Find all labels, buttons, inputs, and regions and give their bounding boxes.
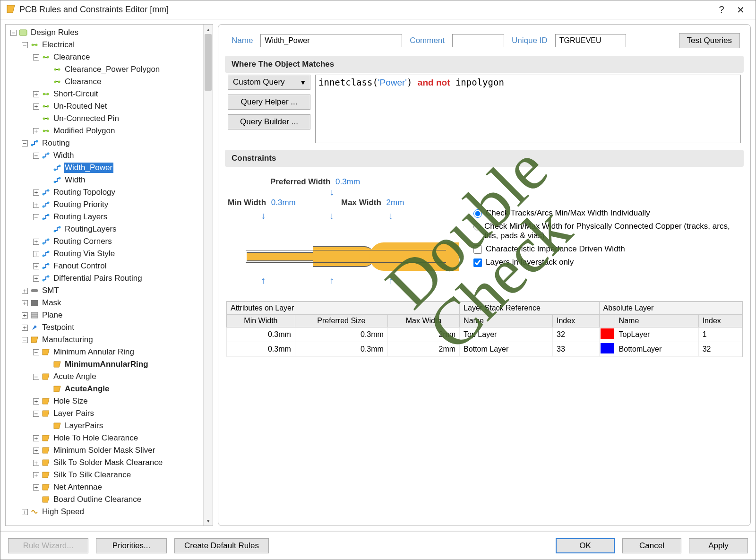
tree-item[interactable]: +Mask — [8, 297, 203, 309]
collapse-icon[interactable]: − — [22, 42, 28, 48]
expand-icon[interactable]: + — [33, 103, 39, 110]
col-lindex[interactable]: Index — [553, 315, 600, 327]
expand-icon[interactable]: + — [22, 509, 28, 515]
expand-icon[interactable]: + — [33, 398, 39, 405]
collapse-icon[interactable]: − — [33, 411, 39, 417]
apply-button[interactable]: Apply — [689, 538, 748, 553]
help-button[interactable]: ? — [712, 0, 731, 19]
tree-item[interactable]: +Differential Pairs Routing — [8, 272, 203, 284]
tree-item[interactable]: −Design Rules — [8, 26, 203, 39]
tree-item[interactable]: −Minimum Annular Ring — [8, 346, 203, 358]
tree-item[interactable]: +Short-Circuit — [8, 88, 203, 100]
comment-input[interactable] — [452, 34, 504, 47]
col-lname[interactable]: Name — [460, 315, 553, 327]
col-pref[interactable]: Preferred Size — [295, 315, 387, 327]
tree-item[interactable]: −Acute Angle — [8, 370, 203, 383]
tree-item[interactable]: +SMT — [8, 284, 203, 297]
collapse-icon[interactable]: − — [33, 153, 39, 159]
collapse-icon[interactable]: − — [22, 337, 28, 343]
preferred-width-value[interactable]: 0.3mm — [335, 177, 360, 186]
scope-dropdown[interactable]: Custom Query ▾ — [228, 75, 310, 90]
tree-item[interactable]: Width_Power — [8, 162, 203, 174]
expand-icon[interactable]: + — [33, 91, 39, 97]
expand-icon[interactable]: + — [33, 484, 39, 491]
ok-button[interactable]: OK — [556, 538, 615, 553]
tree-item[interactable]: Clearance — [8, 76, 203, 88]
tree-item[interactable]: −Width — [8, 149, 203, 162]
col-aindex[interactable]: Index — [698, 315, 742, 327]
expand-icon[interactable]: + — [33, 460, 39, 466]
expand-icon[interactable]: + — [33, 128, 39, 134]
max-width-value[interactable]: 2mm — [387, 198, 404, 207]
col-max[interactable]: Max Width — [387, 315, 459, 327]
tree-item[interactable]: −Layer Pairs — [8, 407, 203, 420]
tree-item[interactable]: +Silk To Silk Clearance — [8, 469, 203, 481]
expand-icon[interactable]: + — [33, 448, 39, 454]
test-queries-button[interactable]: Test Queries — [679, 33, 740, 48]
expand-icon[interactable]: + — [33, 472, 39, 478]
tree-item[interactable]: +Hole Size — [8, 395, 203, 407]
tree-item[interactable]: +Routing Priority — [8, 198, 203, 211]
collapse-icon[interactable]: − — [22, 140, 28, 146]
expand-icon[interactable]: + — [33, 251, 39, 257]
tree-item[interactable]: −Manufacturing — [8, 334, 203, 346]
expand-icon[interactable]: + — [22, 312, 28, 319]
tree-item[interactable]: +Routing Topology — [8, 186, 203, 198]
table-row[interactable]: 0.3mm0.3mm2mmTop Layer32TopLayer1 — [227, 327, 742, 342]
tree-item[interactable]: Width — [8, 174, 203, 186]
expand-icon[interactable]: + — [33, 263, 39, 269]
tree-item[interactable]: −Routing Layers — [8, 211, 203, 223]
layers-only-checkbox[interactable]: Layers in layerstack only — [473, 256, 741, 269]
query-textarea[interactable] — [315, 75, 741, 143]
expand-icon[interactable]: + — [22, 288, 28, 294]
collapse-icon[interactable]: − — [33, 214, 39, 220]
table-row[interactable]: 0.3mm0.3mm2mmBottom Layer33BottomLayer32 — [227, 342, 742, 357]
tree-item[interactable]: RoutingLayers — [8, 223, 203, 235]
tree-item[interactable]: +Routing Via Style — [8, 248, 203, 260]
tree-item[interactable]: +Testpoint — [8, 321, 203, 334]
tree-item[interactable]: +High Speed — [8, 506, 203, 518]
tree-item[interactable]: +Net Antennae — [8, 481, 203, 493]
tree-item[interactable]: +Plane — [8, 309, 203, 321]
collapse-icon[interactable]: − — [33, 349, 39, 355]
tree-item[interactable]: MinimumAnnularRing — [8, 358, 203, 370]
collapse-icon[interactable]: − — [33, 374, 39, 380]
tree-item[interactable]: +Routing Corners — [8, 235, 203, 248]
priorities-button[interactable]: Priorities... — [96, 538, 167, 553]
create-defaults-button[interactable]: Create Default Rules — [174, 538, 269, 553]
tree-item[interactable]: Un-Connected Pin — [8, 112, 203, 125]
tree-item[interactable]: Clearance_Power Polygon — [8, 63, 203, 76]
tree-item[interactable]: −Electrical — [8, 39, 203, 51]
tree-item[interactable]: Board Outline Clearance — [8, 493, 203, 506]
check-mode-connected[interactable]: Check Min/Max Width for Physically Conne… — [473, 220, 741, 242]
scroll-thumb[interactable] — [205, 34, 212, 91]
expand-icon[interactable]: + — [22, 325, 28, 331]
col-min[interactable]: Min Width — [227, 315, 295, 327]
tree-item[interactable]: +Minimum Solder Mask Sliver — [8, 444, 203, 457]
tree-item[interactable]: +Silk To Solder Mask Clearance — [8, 457, 203, 469]
min-width-value[interactable]: 0.3mm — [271, 198, 296, 207]
scroll-down-icon[interactable]: ▾ — [204, 516, 213, 526]
expand-icon[interactable]: + — [33, 239, 39, 245]
tree-item[interactable]: +Hole To Hole Clearance — [8, 432, 203, 444]
tree-item[interactable]: −Clearance — [8, 51, 203, 63]
query-builder-button[interactable]: Query Builder ... — [228, 114, 310, 129]
tree-item[interactable]: −Routing — [8, 137, 203, 149]
scroll-up-icon[interactable]: ▴ — [204, 25, 213, 34]
check-mode-individual[interactable]: Check Tracks/Arcs Min/Max Width Individu… — [473, 207, 741, 220]
expand-icon[interactable]: + — [33, 202, 39, 208]
expand-icon[interactable]: + — [33, 276, 39, 282]
close-button[interactable]: ✕ — [731, 0, 750, 19]
collapse-icon[interactable]: − — [10, 30, 17, 36]
expand-icon[interactable]: + — [33, 435, 39, 441]
expand-icon[interactable]: + — [22, 300, 28, 306]
rule-wizard-button[interactable]: Rule Wizard... — [8, 538, 88, 553]
name-input[interactable] — [260, 34, 402, 47]
query-helper-button[interactable]: Query Helper ... — [228, 95, 310, 110]
tree-item[interactable]: AcuteAngle — [8, 383, 203, 395]
impedance-checkbox[interactable]: Characteristic Impedance Driven Width — [473, 242, 741, 256]
layers-table[interactable]: Attributes on Layer Layer Stack Referenc… — [226, 301, 743, 357]
col-aname[interactable]: Name — [615, 315, 698, 327]
uid-input[interactable] — [555, 34, 626, 47]
tree-item[interactable]: +Modified Polygon — [8, 125, 203, 137]
